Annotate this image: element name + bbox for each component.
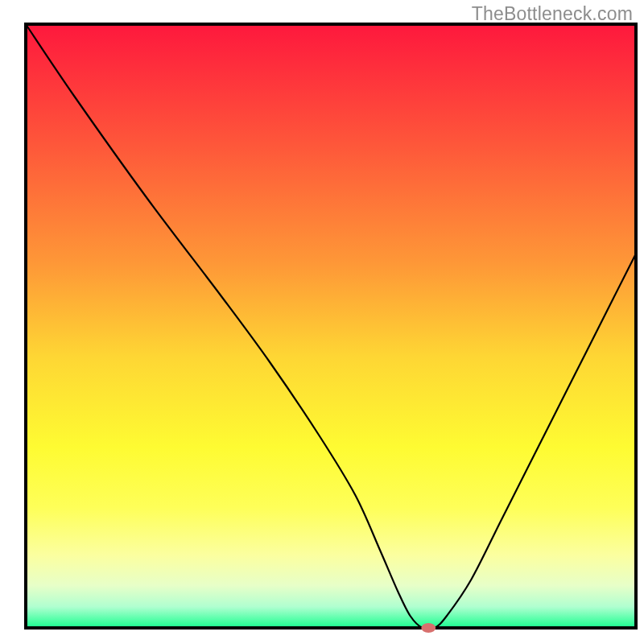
chart-container: TheBottleneck.com xyxy=(0,0,644,644)
chart-background xyxy=(26,24,636,628)
bottleneck-chart xyxy=(0,0,644,644)
optimal-marker xyxy=(421,623,436,633)
